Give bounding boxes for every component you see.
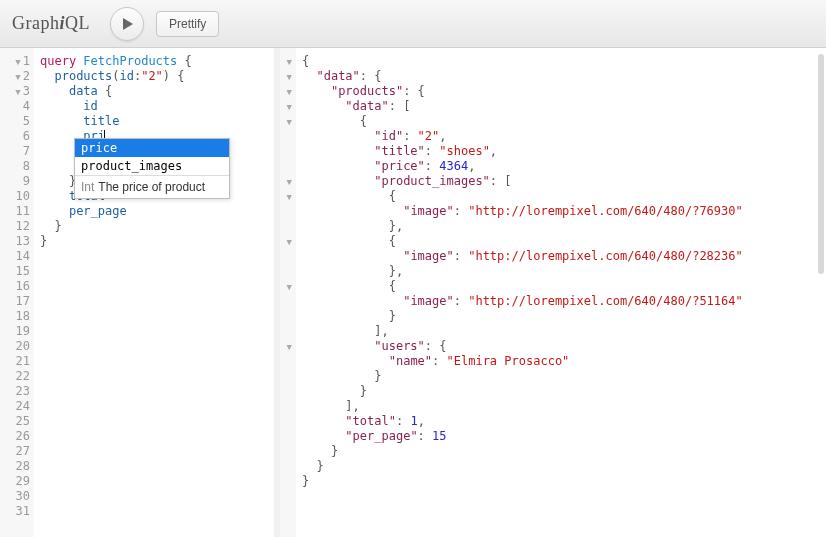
fold-arrow-icon[interactable]: ▼ [287, 100, 292, 115]
autocomplete-popup[interactable]: priceproduct_imagesIntThe price of produ… [74, 138, 230, 199]
code-line[interactable] [40, 429, 268, 444]
code-line[interactable] [40, 444, 268, 459]
fold-arrow-icon[interactable]: ▼ [287, 55, 292, 70]
code-line[interactable]: } [40, 219, 268, 234]
result-line: "title": "shoes", [302, 144, 820, 159]
fold-arrow-icon[interactable]: ▼ [15, 55, 20, 70]
result-line: ], [302, 324, 820, 339]
code-line[interactable] [40, 384, 268, 399]
fold-arrow-icon[interactable]: ▼ [287, 280, 292, 295]
result-line: "data": [ [302, 99, 820, 114]
fold-arrow-icon[interactable]: ▼ [287, 115, 292, 130]
fold-arrow-icon[interactable]: ▼ [15, 85, 20, 100]
logo: GraphiQL [12, 13, 90, 34]
result-gutter: ▼▼▼▼▼ ▼▼ ▼ ▼ ▼ [280, 48, 296, 537]
autocomplete-item[interactable]: price [75, 139, 229, 157]
code-line[interactable]: per_page [40, 204, 268, 219]
result-line: "image": "http://lorempixel.com/640/480/… [302, 249, 820, 264]
code-line[interactable]: id [40, 99, 268, 114]
code-line[interactable]: products(id:"2") { [40, 69, 268, 84]
scrollbar-thumb[interactable] [818, 54, 824, 274]
result-line: { [302, 114, 820, 129]
fold-arrow-icon[interactable]: ▼ [287, 85, 292, 100]
result-line: "data": { [302, 69, 820, 84]
logo-text-1: Graph [12, 13, 59, 33]
result-line: "image": "http://lorempixel.com/640/480/… [302, 204, 820, 219]
result-line: } [302, 474, 820, 489]
result-line: } [302, 369, 820, 384]
result-line: "product_images": [ [302, 174, 820, 189]
code-line[interactable] [40, 354, 268, 369]
result-line: ], [302, 399, 820, 414]
result-line: }, [302, 264, 820, 279]
code-line[interactable] [40, 324, 268, 339]
code-line[interactable] [40, 369, 268, 384]
prettify-button[interactable]: Prettify [156, 11, 219, 37]
fold-arrow-icon[interactable]: ▼ [287, 340, 292, 355]
autocomplete-hint: IntThe price of product [75, 175, 229, 198]
result-line: "total": 1, [302, 414, 820, 429]
result-line: { [302, 279, 820, 294]
fold-arrow-icon[interactable]: ▼ [287, 235, 292, 250]
code-line[interactable] [40, 414, 268, 429]
result-code: { "data": { "products": { "data": [ { "i… [296, 48, 826, 537]
execute-button[interactable] [110, 7, 144, 41]
code-line[interactable]: } [40, 234, 268, 249]
autocomplete-item[interactable]: product_images [75, 157, 229, 175]
toolbar: GraphiQL Prettify [0, 0, 826, 48]
result-line: } [302, 459, 820, 474]
fold-arrow-icon[interactable]: ▼ [287, 190, 292, 205]
play-icon [122, 17, 134, 31]
result-line: { [302, 54, 820, 69]
result-line: } [302, 309, 820, 324]
code-line[interactable]: query FetchProducts { [40, 54, 268, 69]
fold-arrow-icon[interactable]: ▼ [15, 70, 20, 85]
fold-arrow-icon[interactable]: ▼ [287, 70, 292, 85]
result-line: { [302, 189, 820, 204]
fold-arrow-icon[interactable]: ▼ [287, 175, 292, 190]
code-line[interactable] [40, 309, 268, 324]
code-line[interactable] [40, 279, 268, 294]
result-line: { [302, 234, 820, 249]
code-line[interactable]: data { [40, 84, 268, 99]
result-line: }, [302, 219, 820, 234]
panes: ▼1▼2▼34567891011121314151617181920212223… [0, 48, 826, 537]
code-line[interactable] [40, 264, 268, 279]
logo-text-2: QL [65, 13, 90, 33]
result-line: "price": 4364, [302, 159, 820, 174]
result-line: "products": { [302, 84, 820, 99]
result-line: "id": "2", [302, 129, 820, 144]
query-code[interactable]: query FetchProducts { products(id:"2") {… [34, 48, 274, 537]
result-line: } [302, 444, 820, 459]
query-gutter: ▼1▼2▼34567891011121314151617181920212223… [0, 48, 34, 537]
code-line[interactable] [40, 339, 268, 354]
result-line: "image": "http://lorempixel.com/640/480/… [302, 294, 820, 309]
code-line[interactable] [40, 459, 268, 474]
code-line[interactable] [40, 294, 268, 309]
result-line: "per_page": 15 [302, 429, 820, 444]
query-editor[interactable]: ▼1▼2▼34567891011121314151617181920212223… [0, 48, 280, 537]
result-line: } [302, 384, 820, 399]
code-line[interactable] [40, 399, 268, 414]
code-line[interactable] [40, 249, 268, 264]
result-line: "users": { [302, 339, 820, 354]
result-line: "name": "Elmira Prosacco" [302, 354, 820, 369]
result-viewer: ▼▼▼▼▼ ▼▼ ▼ ▼ ▼ { "data": { "products": {… [280, 48, 826, 537]
code-line[interactable]: title [40, 114, 268, 129]
